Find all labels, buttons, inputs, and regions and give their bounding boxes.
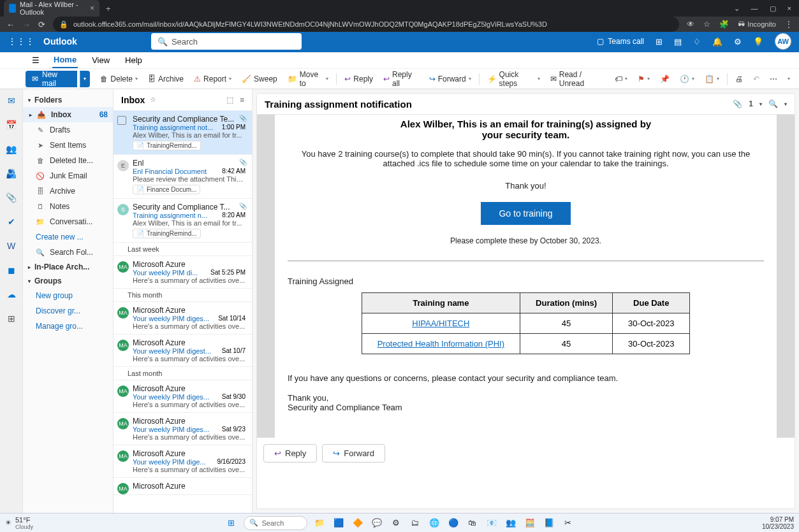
folder-archive[interactable]: 🗄Archive <box>23 183 113 199</box>
notification-icon[interactable]: ♢ <box>693 37 701 47</box>
eye-off-icon[interactable]: 👁 <box>687 20 694 29</box>
taskbar-files-icon[interactable]: 🗂 <box>408 516 422 530</box>
rail-people-icon[interactable]: 👥 <box>4 141 19 157</box>
taskbar-store-icon[interactable]: 🛍 <box>465 516 480 530</box>
new-group-link[interactable]: New group <box>23 288 113 303</box>
create-folder-link[interactable]: Create new ... <box>23 229 113 245</box>
reply-all-button[interactable]: ↩Reply all <box>379 71 423 87</box>
rail-onedrive-icon[interactable]: ☁ <box>4 287 19 302</box>
taskbar-app-icon[interactable]: 🔶 <box>351 516 365 530</box>
taskbar-teams-icon[interactable]: 💬 <box>370 516 384 530</box>
quick-steps-button[interactable]: ⚡Quick steps▾ <box>483 71 544 87</box>
taskbar-copilot-icon[interactable]: 🟦 <box>332 516 346 530</box>
groups-header[interactable]: ▾Groups <box>23 274 113 288</box>
taskbar-teams2-icon[interactable]: 👥 <box>504 516 518 530</box>
new-mail-dropdown[interactable]: ▾ <box>80 71 91 87</box>
folder-conversation[interactable]: 📁Conversati... <box>23 214 113 229</box>
message-item[interactable]: MAMicrosoft AzureYour weekly PIM diges..… <box>114 380 252 413</box>
app-launcher-icon[interactable]: ⋮⋮⋮ <box>8 36 34 47</box>
browser-tab[interactable]: Mail - Alex Wilber - Outlook × <box>4 0 99 17</box>
star-icon[interactable]: ☆ <box>703 20 710 29</box>
minimize-icon[interactable]: — <box>751 4 758 13</box>
forward-action-button[interactable]: ↪ Forward <box>322 444 385 463</box>
message-item[interactable]: MAMicrosoft AzureYour weekly PIM digest.… <box>114 334 252 367</box>
folder-drafts[interactable]: ✎Drafts <box>23 122 113 138</box>
message-item[interactable]: MAMicrosoft Azure <box>114 478 252 495</box>
search-input[interactable]: 🔍 Search <box>151 33 302 50</box>
training-link[interactable]: Protected Health Information (PHI) <box>378 339 504 349</box>
folders-header[interactable]: ▾Folders <box>23 93 113 107</box>
new-mail-button[interactable]: ✉ New mail <box>26 71 77 87</box>
ribbon-collapse[interactable]: ▾ <box>784 71 794 87</box>
account-avatar[interactable]: AW <box>775 33 791 50</box>
settings-icon[interactable]: ⚙ <box>734 37 742 47</box>
folder-sent[interactable]: ➤Sent Items <box>23 138 113 153</box>
message-item[interactable]: S📎Security and Compliance T...Training a… <box>114 199 252 243</box>
rules-button[interactable]: 📋▾ <box>701 71 723 87</box>
maximize-icon[interactable]: ▢ <box>770 4 776 13</box>
attachment-chip[interactable]: 📄TrainingRemind... <box>133 141 201 150</box>
undo-button[interactable]: ↶ <box>749 71 763 87</box>
back-icon[interactable]: ← <box>6 20 15 29</box>
flag-button[interactable]: ⚑▾ <box>634 71 654 87</box>
inplace-archive-header[interactable]: ▸In-Place Arch... <box>23 260 113 274</box>
menu-help[interactable]: Help <box>124 53 143 68</box>
rail-files-icon[interactable]: 📎 <box>4 190 19 205</box>
zoom-dropdown[interactable]: ▾ <box>784 101 787 107</box>
close-window-icon[interactable]: × <box>788 4 791 13</box>
system-tray[interactable]: 9:07 PM 10/23/2023 <box>762 516 794 530</box>
tag-button[interactable]: 🏷▾ <box>611 71 631 87</box>
message-item[interactable]: MAMicrosoft AzureYour weekly PIM dige...… <box>114 445 252 478</box>
filter-icon[interactable]: ≡ <box>240 96 244 104</box>
weather-widget[interactable]: ☀ 51°F Cloudy <box>5 516 33 530</box>
folder-notes[interactable]: 🗒Notes <box>23 199 113 214</box>
select-mode-icon[interactable]: ⬚ <box>226 96 233 104</box>
message-item[interactable]: MAMicrosoft AzureYour weekly PIM diges..… <box>114 302 252 334</box>
rail-mail-icon[interactable]: ✉ <box>4 93 19 108</box>
folder-search[interactable]: 🔍Search Fol... <box>23 245 113 260</box>
folder-junk[interactable]: 🚫Junk Email <box>23 168 113 183</box>
taskbar-settings-icon[interactable]: ⚙ <box>389 516 403 530</box>
url-input[interactable]: 🔒 outlook.office365.com/mail/inbox/id/AA… <box>53 17 679 32</box>
hamburger-icon[interactable]: ☰ <box>32 55 40 65</box>
teams-call-button[interactable]: ▢ Teams call <box>597 37 644 46</box>
rail-calendar-icon[interactable]: 📅 <box>4 117 19 133</box>
reply-action-button[interactable]: ↩ Reply <box>263 444 317 463</box>
kebab-menu-icon[interactable]: ⋮ <box>785 20 793 29</box>
training-link[interactable]: HIPAA/HITECH <box>412 319 469 328</box>
start-button[interactable]: ⊞ <box>224 516 238 530</box>
taskbar-calc-icon[interactable]: 🧮 <box>523 516 537 530</box>
chevron-down-icon[interactable]: ⌄ <box>734 4 740 13</box>
folder-inbox[interactable]: ▸📥Inbox68 <box>23 107 113 122</box>
rail-more-icon[interactable]: ⊞ <box>4 311 19 326</box>
my-day-icon[interactable]: ▤ <box>674 37 682 47</box>
go-to-training-button[interactable]: Go to training <box>481 202 570 225</box>
message-item[interactable]: E📎EnlEnl Financial Document8:42 AMPlease… <box>114 155 252 199</box>
folder-deleted[interactable]: 🗑Deleted Ite... <box>23 153 113 168</box>
meet-now-icon[interactable]: ⊞ <box>656 37 663 47</box>
taskbar-search[interactable]: 🔍Search <box>244 516 307 530</box>
tips-icon[interactable]: 💡 <box>753 37 763 47</box>
delete-button[interactable]: 🗑Delete▾ <box>96 71 142 87</box>
reply-button[interactable]: ↩Reply <box>341 71 377 87</box>
attachment-chip[interactable]: 📄Finance Docum... <box>133 185 200 194</box>
favorite-star-icon[interactable]: ☆ <box>150 96 156 104</box>
rail-groups-icon[interactable]: 🫂 <box>4 166 19 181</box>
rail-app-icon[interactable]: ◼ <box>4 262 19 278</box>
menu-home[interactable]: Home <box>52 52 78 68</box>
pin-button[interactable]: 📌 <box>656 71 673 87</box>
attachment-chip[interactable]: 📄TrainingRemind... <box>133 229 201 238</box>
attachment-dropdown[interactable]: ▾ <box>759 101 762 107</box>
more-button[interactable]: ⋯ <box>766 71 781 87</box>
taskbar-word-icon[interactable]: 📘 <box>542 516 556 530</box>
attachment-icon[interactable]: 📎 <box>733 99 742 108</box>
read-unread-button[interactable]: ✉Read / Unread <box>546 71 608 87</box>
report-button[interactable]: ⚠Report▾ <box>190 71 235 87</box>
move-to-button[interactable]: 📁Move to▾ <box>284 71 333 87</box>
bell-icon[interactable]: 🔔 <box>712 37 722 47</box>
taskbar-snip-icon[interactable]: ✂ <box>561 516 575 530</box>
archive-button[interactable]: 🗄Archive <box>144 71 187 87</box>
forward-icon[interactable]: → <box>22 20 31 29</box>
message-item[interactable]: 📎Security and Compliance Te...Training a… <box>114 111 252 155</box>
taskbar-outlook-icon[interactable]: 📧 <box>485 516 499 530</box>
